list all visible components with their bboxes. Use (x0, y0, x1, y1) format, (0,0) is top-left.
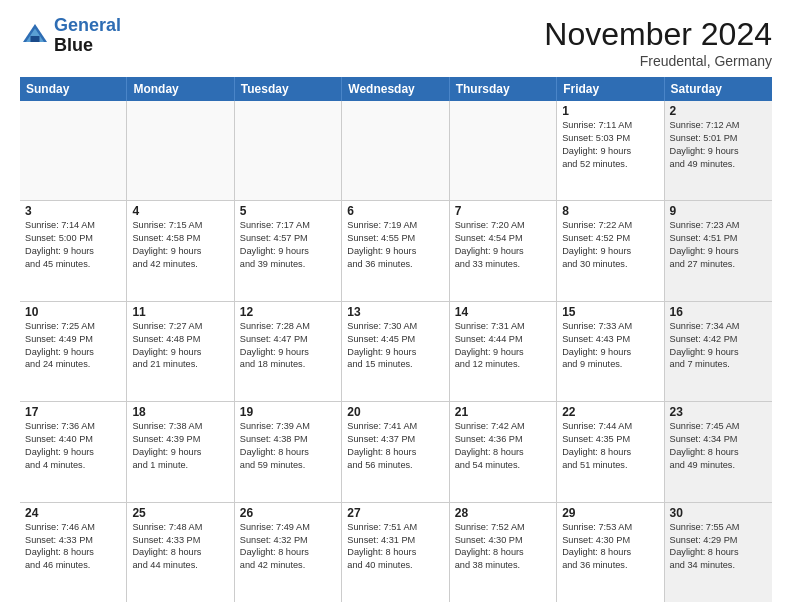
weekday-header: Monday (127, 77, 234, 101)
calendar-cell (20, 101, 127, 200)
month-title: November 2024 (544, 16, 772, 53)
calendar-cell: 23Sunrise: 7:45 AM Sunset: 4:34 PM Dayli… (665, 402, 772, 501)
day-number: 27 (347, 506, 443, 520)
calendar-cell: 9Sunrise: 7:23 AM Sunset: 4:51 PM Daylig… (665, 201, 772, 300)
day-info: Sunrise: 7:12 AM Sunset: 5:01 PM Dayligh… (670, 119, 767, 171)
logo-text: General Blue (54, 16, 121, 56)
weekday-header: Friday (557, 77, 664, 101)
weekday-header: Saturday (665, 77, 772, 101)
day-number: 2 (670, 104, 767, 118)
calendar-cell: 8Sunrise: 7:22 AM Sunset: 4:52 PM Daylig… (557, 201, 664, 300)
day-info: Sunrise: 7:48 AM Sunset: 4:33 PM Dayligh… (132, 521, 228, 573)
header: General Blue November 2024 Freudental, G… (20, 16, 772, 69)
day-info: Sunrise: 7:41 AM Sunset: 4:37 PM Dayligh… (347, 420, 443, 472)
day-number: 23 (670, 405, 767, 419)
day-info: Sunrise: 7:39 AM Sunset: 4:38 PM Dayligh… (240, 420, 336, 472)
day-number: 5 (240, 204, 336, 218)
day-info: Sunrise: 7:28 AM Sunset: 4:47 PM Dayligh… (240, 320, 336, 372)
day-info: Sunrise: 7:22 AM Sunset: 4:52 PM Dayligh… (562, 219, 658, 271)
day-info: Sunrise: 7:19 AM Sunset: 4:55 PM Dayligh… (347, 219, 443, 271)
calendar-cell: 11Sunrise: 7:27 AM Sunset: 4:48 PM Dayli… (127, 302, 234, 401)
calendar-cell: 13Sunrise: 7:30 AM Sunset: 4:45 PM Dayli… (342, 302, 449, 401)
calendar-cell: 17Sunrise: 7:36 AM Sunset: 4:40 PM Dayli… (20, 402, 127, 501)
logo-icon (20, 21, 50, 51)
calendar-cell: 15Sunrise: 7:33 AM Sunset: 4:43 PM Dayli… (557, 302, 664, 401)
day-info: Sunrise: 7:45 AM Sunset: 4:34 PM Dayligh… (670, 420, 767, 472)
calendar-cell: 28Sunrise: 7:52 AM Sunset: 4:30 PM Dayli… (450, 503, 557, 602)
day-info: Sunrise: 7:33 AM Sunset: 4:43 PM Dayligh… (562, 320, 658, 372)
day-number: 12 (240, 305, 336, 319)
day-number: 6 (347, 204, 443, 218)
calendar-row: 10Sunrise: 7:25 AM Sunset: 4:49 PM Dayli… (20, 302, 772, 402)
calendar-cell: 20Sunrise: 7:41 AM Sunset: 4:37 PM Dayli… (342, 402, 449, 501)
calendar: SundayMondayTuesdayWednesdayThursdayFrid… (20, 77, 772, 602)
calendar-cell (342, 101, 449, 200)
calendar-row: 24Sunrise: 7:46 AM Sunset: 4:33 PM Dayli… (20, 503, 772, 602)
day-info: Sunrise: 7:31 AM Sunset: 4:44 PM Dayligh… (455, 320, 551, 372)
day-info: Sunrise: 7:27 AM Sunset: 4:48 PM Dayligh… (132, 320, 228, 372)
calendar-cell: 2Sunrise: 7:12 AM Sunset: 5:01 PM Daylig… (665, 101, 772, 200)
day-number: 13 (347, 305, 443, 319)
calendar-cell: 25Sunrise: 7:48 AM Sunset: 4:33 PM Dayli… (127, 503, 234, 602)
day-info: Sunrise: 7:38 AM Sunset: 4:39 PM Dayligh… (132, 420, 228, 472)
day-number: 21 (455, 405, 551, 419)
day-number: 22 (562, 405, 658, 419)
calendar-cell (127, 101, 234, 200)
day-info: Sunrise: 7:53 AM Sunset: 4:30 PM Dayligh… (562, 521, 658, 573)
calendar-cell: 19Sunrise: 7:39 AM Sunset: 4:38 PM Dayli… (235, 402, 342, 501)
day-number: 7 (455, 204, 551, 218)
day-info: Sunrise: 7:30 AM Sunset: 4:45 PM Dayligh… (347, 320, 443, 372)
logo: General Blue (20, 16, 121, 56)
day-number: 24 (25, 506, 121, 520)
day-info: Sunrise: 7:17 AM Sunset: 4:57 PM Dayligh… (240, 219, 336, 271)
day-info: Sunrise: 7:11 AM Sunset: 5:03 PM Dayligh… (562, 119, 658, 171)
day-info: Sunrise: 7:46 AM Sunset: 4:33 PM Dayligh… (25, 521, 121, 573)
svg-rect-2 (31, 36, 40, 42)
calendar-cell: 18Sunrise: 7:38 AM Sunset: 4:39 PM Dayli… (127, 402, 234, 501)
day-number: 29 (562, 506, 658, 520)
day-number: 18 (132, 405, 228, 419)
calendar-body: 1Sunrise: 7:11 AM Sunset: 5:03 PM Daylig… (20, 101, 772, 602)
day-number: 14 (455, 305, 551, 319)
logo-line1: General (54, 15, 121, 35)
day-number: 30 (670, 506, 767, 520)
day-info: Sunrise: 7:20 AM Sunset: 4:54 PM Dayligh… (455, 219, 551, 271)
calendar-row: 17Sunrise: 7:36 AM Sunset: 4:40 PM Dayli… (20, 402, 772, 502)
weekday-header: Wednesday (342, 77, 449, 101)
day-number: 3 (25, 204, 121, 218)
day-info: Sunrise: 7:42 AM Sunset: 4:36 PM Dayligh… (455, 420, 551, 472)
calendar-cell: 10Sunrise: 7:25 AM Sunset: 4:49 PM Dayli… (20, 302, 127, 401)
day-number: 1 (562, 104, 658, 118)
day-info: Sunrise: 7:25 AM Sunset: 4:49 PM Dayligh… (25, 320, 121, 372)
calendar-cell: 30Sunrise: 7:55 AM Sunset: 4:29 PM Dayli… (665, 503, 772, 602)
day-info: Sunrise: 7:34 AM Sunset: 4:42 PM Dayligh… (670, 320, 767, 372)
logo-line2: Blue (54, 36, 121, 56)
calendar-row: 1Sunrise: 7:11 AM Sunset: 5:03 PM Daylig… (20, 101, 772, 201)
calendar-cell (235, 101, 342, 200)
calendar-cell: 14Sunrise: 7:31 AM Sunset: 4:44 PM Dayli… (450, 302, 557, 401)
day-number: 26 (240, 506, 336, 520)
page: General Blue November 2024 Freudental, G… (0, 0, 792, 612)
weekday-header: Sunday (20, 77, 127, 101)
calendar-cell: 12Sunrise: 7:28 AM Sunset: 4:47 PM Dayli… (235, 302, 342, 401)
day-number: 4 (132, 204, 228, 218)
calendar-cell: 26Sunrise: 7:49 AM Sunset: 4:32 PM Dayli… (235, 503, 342, 602)
location: Freudental, Germany (544, 53, 772, 69)
day-number: 19 (240, 405, 336, 419)
calendar-header: SundayMondayTuesdayWednesdayThursdayFrid… (20, 77, 772, 101)
calendar-cell: 4Sunrise: 7:15 AM Sunset: 4:58 PM Daylig… (127, 201, 234, 300)
day-number: 9 (670, 204, 767, 218)
day-info: Sunrise: 7:52 AM Sunset: 4:30 PM Dayligh… (455, 521, 551, 573)
calendar-cell: 6Sunrise: 7:19 AM Sunset: 4:55 PM Daylig… (342, 201, 449, 300)
day-info: Sunrise: 7:49 AM Sunset: 4:32 PM Dayligh… (240, 521, 336, 573)
day-number: 8 (562, 204, 658, 218)
calendar-cell: 24Sunrise: 7:46 AM Sunset: 4:33 PM Dayli… (20, 503, 127, 602)
day-number: 11 (132, 305, 228, 319)
calendar-cell: 29Sunrise: 7:53 AM Sunset: 4:30 PM Dayli… (557, 503, 664, 602)
title-block: November 2024 Freudental, Germany (544, 16, 772, 69)
day-info: Sunrise: 7:15 AM Sunset: 4:58 PM Dayligh… (132, 219, 228, 271)
day-number: 20 (347, 405, 443, 419)
calendar-cell: 27Sunrise: 7:51 AM Sunset: 4:31 PM Dayli… (342, 503, 449, 602)
day-info: Sunrise: 7:14 AM Sunset: 5:00 PM Dayligh… (25, 219, 121, 271)
day-info: Sunrise: 7:51 AM Sunset: 4:31 PM Dayligh… (347, 521, 443, 573)
